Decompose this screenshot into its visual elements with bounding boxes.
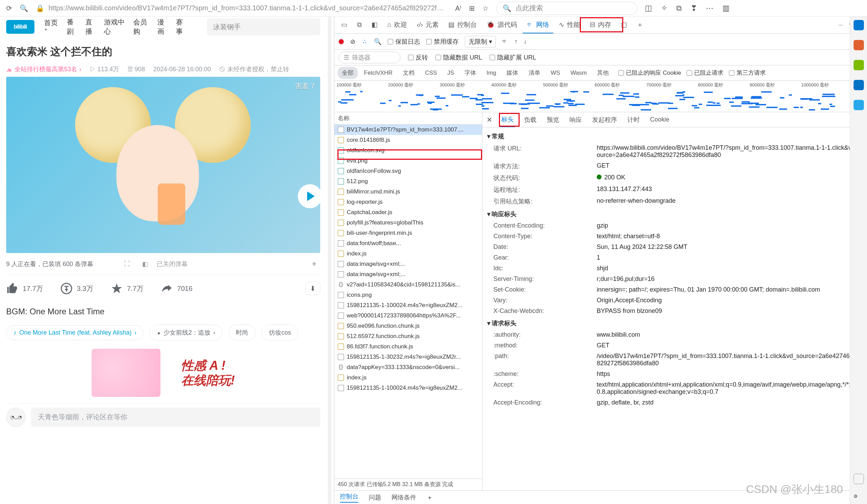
request-row[interactable]: {}data?appKey=333.1333&nscode=0&versi... (334, 362, 482, 372)
sect-resp[interactable]: ▾ 响应标头 (487, 210, 862, 218)
tag-game[interactable]: ⬥ 少女前线2：追放 › (150, 325, 222, 340)
ft-manifest[interactable]: 清单 (524, 67, 544, 79)
detail-close-icon[interactable]: ✕ (487, 116, 492, 124)
request-row[interactable]: eva.png (334, 156, 482, 166)
det-timing[interactable]: 计时 (626, 113, 641, 127)
ft-img[interactable]: Img (482, 67, 500, 78)
ft-all[interactable]: 全部 (338, 67, 358, 79)
request-row[interactable]: 950.ee096.function.chunk.js (334, 321, 482, 331)
edge-send-icon[interactable] (854, 100, 864, 110)
coin-button[interactable]: 3.3万 (60, 282, 93, 295)
fav-star-icon[interactable]: ☆ (482, 4, 489, 12)
browser-search[interactable]: 🔍 点此搜索 (496, 2, 637, 15)
request-row[interactable]: data:font/woff;base... (334, 238, 482, 249)
tab-performance[interactable]: ∿ 性能 (555, 17, 584, 33)
list-header[interactable]: 名称 (334, 112, 482, 125)
url-box[interactable]: 🔒 https://www.bilibili.com/video/BV17w4m… (36, 4, 446, 12)
drawer-plus-icon[interactable]: ＋ (427, 493, 433, 502)
ft-other[interactable]: 其他 (593, 67, 613, 79)
nav-fanju[interactable]: 番剧 (67, 18, 78, 36)
hide-data-cb[interactable]: 隐藏数据 URL (436, 53, 482, 62)
blocked-req-cb[interactable]: 已阻止请求 (687, 69, 723, 77)
extensions-icon[interactable]: ❣ (691, 4, 697, 13)
bili-logo[interactable]: bilibili (6, 20, 34, 34)
collections-icon[interactable]: ⧉ (676, 4, 682, 13)
ft-js[interactable]: JS (443, 67, 458, 78)
sect-req[interactable]: ▾ 请求标头 (487, 319, 862, 327)
nav-game[interactable]: 游戏中心 (104, 18, 126, 36)
request-row[interactable]: BV17w4m1e7PT/?spm_id_from=333.1007.... (334, 125, 482, 135)
request-row[interactable]: core.014186f8.js (334, 135, 482, 145)
tab-elements[interactable]: ‹/› 元素 (412, 17, 443, 33)
danmu-send-icon[interactable]: ✈ (308, 258, 320, 270)
download-icon[interactable]: ↓ (524, 38, 527, 45)
preserve-log[interactable]: 保留日志 (388, 38, 420, 46)
third-party-cb[interactable]: 第三方请求 (729, 69, 766, 77)
comment-input[interactable]: 天青色等烟雨，评论区在等你 (31, 408, 320, 427)
drawer-netcond[interactable]: 网络条件 (391, 493, 416, 502)
device-icon[interactable]: ⧉ (353, 17, 366, 33)
tab-memory[interactable]: ⊟ 内存 (586, 17, 615, 33)
ad-banner[interactable]: 性感 A !在线陪玩! (6, 349, 320, 397)
ft-ws[interactable]: WS (546, 67, 564, 78)
nav-live[interactable]: 直播 (85, 18, 96, 36)
bili-search[interactable]: 泳装钢手 (207, 18, 320, 35)
request-row[interactable]: data:image/svg+xml;... (334, 259, 482, 269)
favorites-icon[interactable]: ✧ (661, 4, 667, 13)
request-row[interactable]: CaptchaLoader.js (334, 207, 482, 218)
request-row[interactable]: polyfill.js?features=globalThis (334, 218, 482, 228)
ft-media[interactable]: 媒体 (502, 67, 522, 79)
tab-plus[interactable]: ＋ (633, 17, 647, 33)
det-payload[interactable]: 负载 (523, 113, 538, 127)
edge-chat-icon[interactable] (854, 20, 864, 30)
edge-shop-icon[interactable] (854, 40, 864, 50)
request-row[interactable]: biliMirror.umd.mini.js (334, 187, 482, 197)
share-button[interactable]: 7016 (161, 282, 193, 295)
fav-button[interactable]: 7.7万 (111, 282, 144, 295)
net-overview[interactable]: 100000 毫秒200000 毫秒300000 毫秒400000 毫秒5000… (334, 81, 867, 112)
ft-wasm[interactable]: Wasm (566, 67, 591, 78)
request-row[interactable]: data:image/svg+xml;... (334, 269, 482, 280)
dt-more-icon[interactable]: ⋯ (838, 22, 843, 28)
wifi-icon[interactable]: ᯤ (502, 38, 508, 45)
play-icon[interactable] (298, 184, 320, 208)
request-row[interactable]: oldfanIconFollow.svg (334, 166, 482, 176)
edge-outlook-icon[interactable] (854, 80, 864, 90)
read-aloud-icon[interactable]: A⁾ (455, 4, 461, 12)
avatar[interactable]: ◔◡◔ (6, 408, 25, 427)
dock-icon[interactable]: ◧ (367, 17, 382, 33)
tab-app[interactable]: ▢ (617, 17, 631, 33)
sect-general[interactable]: ▾ 常规 (487, 132, 862, 140)
search-net-icon[interactable]: 🔍 (374, 38, 382, 45)
request-row[interactable]: 1598121135-1-100024.m4s?e=ig8euxZM2... (334, 383, 482, 393)
tag-cos[interactable]: 仿妆cos (262, 325, 298, 340)
split-icon[interactable]: ◫ (645, 4, 652, 13)
hide-ext-cb[interactable]: 隐藏扩展 URL (490, 53, 536, 62)
blocked-cookie-cb[interactable]: 已阻止的响应 Cookie (618, 69, 681, 77)
ft-xhr[interactable]: Fetch/XHR (360, 67, 397, 78)
request-row[interactable]: {}v2?aid=1105834240&cid=1598121135&is... (334, 280, 482, 290)
request-row[interactable]: 86.fd3f7.function.chunk.js (334, 342, 482, 352)
invert-cb[interactable]: 反转 (408, 53, 428, 62)
video-player[interactable]: 害羞 7 (6, 77, 320, 253)
det-cookie[interactable]: Cookie (649, 113, 671, 126)
nav-vip[interactable]: 会员购 (133, 18, 150, 36)
det-response[interactable]: 响应 (568, 113, 583, 127)
det-headers[interactable]: 标头 (500, 113, 515, 127)
translate-icon[interactable]: ⊞ (469, 4, 475, 12)
upload-icon[interactable]: ↑ (514, 38, 518, 45)
request-row[interactable]: 1598121135-1-30232.m4s?e=ig8euxZM2r... (334, 352, 482, 362)
ft-font[interactable]: 字体 (460, 67, 480, 79)
nav-match[interactable]: 赛事 (176, 18, 187, 36)
tab-welcome[interactable]: ⌂ 欢迎 (383, 17, 411, 33)
request-row[interactable]: oldfanIcon.svg (334, 145, 482, 156)
danmu-toggle-icon[interactable]: ◧ (139, 258, 151, 270)
throttle-select[interactable]: 无限制 ▾ (465, 36, 496, 48)
rank-link[interactable]: 全站排行榜最高第53名 › (6, 65, 81, 73)
edge-plus-icon[interactable] (854, 474, 864, 484)
like-button[interactable]: 17.7万 (6, 282, 43, 295)
more-icon[interactable]: ⋯ (706, 4, 713, 13)
request-row[interactable]: 512.65972.function.chunk.js (334, 331, 482, 342)
search-addr-icon[interactable]: 🔍 (20, 4, 28, 12)
danmu-setting-icon[interactable]: ⛶ (121, 258, 133, 270)
